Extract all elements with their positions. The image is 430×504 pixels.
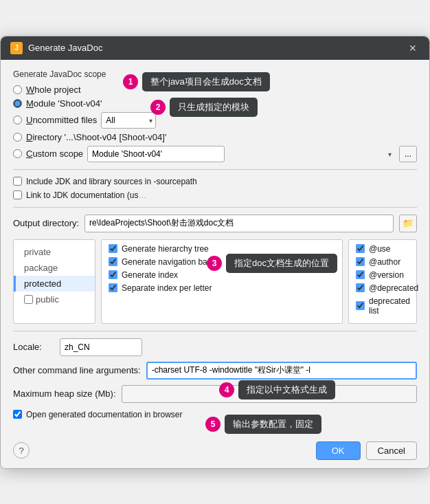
tag-version-label: @version bbox=[369, 270, 404, 280]
tag-deprecated-checkbox[interactable] bbox=[356, 283, 365, 292]
heap-row: Maximum heap size (Mb): bbox=[13, 385, 417, 403]
bottom-bar: ? OK Cancel bbox=[1, 436, 429, 468]
output-dir-label: Output directory: bbox=[13, 218, 79, 228]
separator-1 bbox=[13, 169, 417, 170]
tag-version-row: @version bbox=[356, 270, 409, 280]
separator-3 bbox=[13, 331, 417, 331]
include-jdk-checkbox[interactable] bbox=[13, 177, 22, 186]
generate-javadoc-dialog: J Generate JavaDoc ✕ Generate JavaDoc sc… bbox=[0, 36, 430, 469]
access-level-panel: private package protected public bbox=[13, 239, 95, 324]
link-jdk-checkbox[interactable] bbox=[13, 190, 22, 199]
link-jdk-label: Link to JDK documentation (us… bbox=[26, 190, 146, 200]
opt-navbar-row: Generate navigation bar bbox=[109, 257, 335, 267]
dialog-content: Generate JavaDoc scope Whole project Mod… bbox=[1, 60, 429, 436]
scope-custom-row: Custom scope Module 'Shoot-v04' ... bbox=[13, 146, 417, 162]
link-jdk-row: Link to JDK documentation (us… bbox=[13, 190, 417, 200]
scope-module-label: Module 'Shoot-v04' bbox=[26, 98, 102, 109]
scope-uncommitted-label: Uncommitted files bbox=[26, 115, 97, 125]
uncommitted-dropdown-wrapper: All bbox=[101, 112, 156, 129]
scope-section-label: Generate JavaDoc scope bbox=[13, 69, 417, 79]
opt-separate-label: Separate index per letter bbox=[122, 283, 212, 293]
options-panel: Generate hierarchy tree Generate navigat… bbox=[101, 239, 343, 324]
heap-input[interactable] bbox=[122, 385, 417, 403]
scope-uncommitted-row: Uncommitted files All bbox=[13, 112, 417, 129]
cancel-button[interactable]: Cancel bbox=[366, 441, 417, 460]
tag-deprecated-row: @deprecated bbox=[356, 283, 409, 293]
dialog-title: Generate JavaDoc bbox=[28, 43, 102, 53]
tag-deprecated-label: @deprecated bbox=[369, 283, 418, 293]
scope-custom-radio[interactable] bbox=[13, 149, 22, 158]
tag-version-checkbox[interactable] bbox=[356, 270, 365, 279]
access-public-checkbox[interactable] bbox=[24, 295, 33, 304]
access-private[interactable]: private bbox=[14, 244, 95, 260]
opt-index-label: Generate index bbox=[122, 270, 178, 280]
scope-module-row: Module 'Shoot-v04' bbox=[13, 98, 417, 109]
tag-deprecated-list-row: deprecated list bbox=[356, 296, 409, 316]
cmdline-input[interactable] bbox=[146, 362, 417, 380]
uncommitted-dropdown[interactable]: All bbox=[101, 112, 156, 129]
locale-row: Locale: bbox=[13, 338, 417, 356]
scope-uncommitted-radio[interactable] bbox=[13, 116, 22, 124]
title-bar-left: J Generate JavaDoc bbox=[10, 42, 102, 54]
custom-scope-ellipsis-button[interactable]: ... bbox=[399, 146, 417, 162]
tags-panel: @use @author @version @deprecated deprec… bbox=[348, 239, 417, 324]
scope-directory-label: Directory '...\Shoot-v04 [Shoot-v04]' bbox=[26, 132, 166, 142]
help-button[interactable]: ? bbox=[13, 442, 30, 459]
dialog-icon: J bbox=[10, 42, 23, 54]
opt-hierarchy-label: Generate hierarchy tree bbox=[122, 244, 209, 254]
middle-section: private package protected public Generat… bbox=[13, 239, 417, 324]
scope-whole-project-row: Whole project bbox=[13, 85, 417, 95]
action-buttons: OK Cancel bbox=[316, 441, 417, 460]
opt-index-row: Generate index bbox=[109, 270, 335, 280]
open-browser-label: Open generated documentation in browser bbox=[26, 410, 182, 419]
separator-2 bbox=[13, 207, 417, 208]
custom-scope-dropdown[interactable]: Module 'Shoot-v04' bbox=[87, 146, 225, 162]
access-protected[interactable]: protected bbox=[14, 276, 95, 292]
scope-whole-project-radio[interactable] bbox=[13, 85, 22, 94]
output-dir-input[interactable] bbox=[84, 215, 394, 232]
scope-directory-radio[interactable] bbox=[13, 133, 22, 142]
access-public[interactable]: public bbox=[14, 292, 95, 307]
scope-module-radio[interactable] bbox=[13, 99, 22, 108]
tag-use-checkbox[interactable] bbox=[356, 244, 365, 253]
cmdline-row: Other command line arguments: bbox=[13, 362, 417, 380]
open-browser-row: Open generated documentation in browser bbox=[13, 410, 417, 419]
tag-use-row: @use bbox=[356, 244, 409, 254]
opt-navbar-label: Generate navigation bar bbox=[122, 257, 210, 267]
output-dir-row: Output directory: 📁 bbox=[13, 215, 417, 232]
locale-label: Locale: bbox=[13, 342, 54, 352]
ok-button[interactable]: OK bbox=[316, 441, 361, 460]
tag-deprecated-list-label: deprecated list bbox=[369, 296, 410, 316]
opt-separate-checkbox[interactable] bbox=[109, 283, 117, 292]
opt-navbar-checkbox[interactable] bbox=[109, 257, 117, 266]
heap-label: Maximum heap size (Mb): bbox=[13, 388, 116, 399]
opt-separate-row: Separate index per letter bbox=[109, 283, 335, 293]
tag-author-label: @author bbox=[369, 257, 400, 267]
scope-custom-label: Custom scope bbox=[26, 149, 83, 159]
access-package[interactable]: package bbox=[14, 260, 95, 276]
tag-deprecated-list-checkbox[interactable] bbox=[356, 301, 365, 310]
opt-hierarchy-row: Generate hierarchy tree bbox=[109, 244, 335, 254]
scope-whole-project-label: Whole project bbox=[26, 85, 81, 95]
include-jdk-label: Include JDK and library sources in -sour… bbox=[26, 177, 197, 186]
opt-index-checkbox[interactable] bbox=[109, 270, 117, 279]
folder-browse-button[interactable]: 📁 bbox=[399, 215, 417, 232]
scope-directory-row: Directory '...\Shoot-v04 [Shoot-v04]' bbox=[13, 132, 417, 142]
title-bar: J Generate JavaDoc ✕ bbox=[1, 36, 429, 60]
open-browser-checkbox[interactable] bbox=[13, 410, 22, 419]
tag-use-label: @use bbox=[369, 244, 391, 254]
cmdline-label: Other command line arguments: bbox=[13, 365, 141, 375]
locale-input[interactable] bbox=[60, 338, 142, 356]
tag-author-checkbox[interactable] bbox=[356, 257, 365, 266]
custom-scope-dropdown-wrapper: Module 'Shoot-v04' bbox=[87, 146, 395, 162]
close-button[interactable]: ✕ bbox=[406, 42, 420, 54]
tag-author-row: @author bbox=[356, 257, 409, 267]
opt-hierarchy-checkbox[interactable] bbox=[109, 244, 117, 253]
include-jdk-row: Include JDK and library sources in -sour… bbox=[13, 177, 417, 186]
